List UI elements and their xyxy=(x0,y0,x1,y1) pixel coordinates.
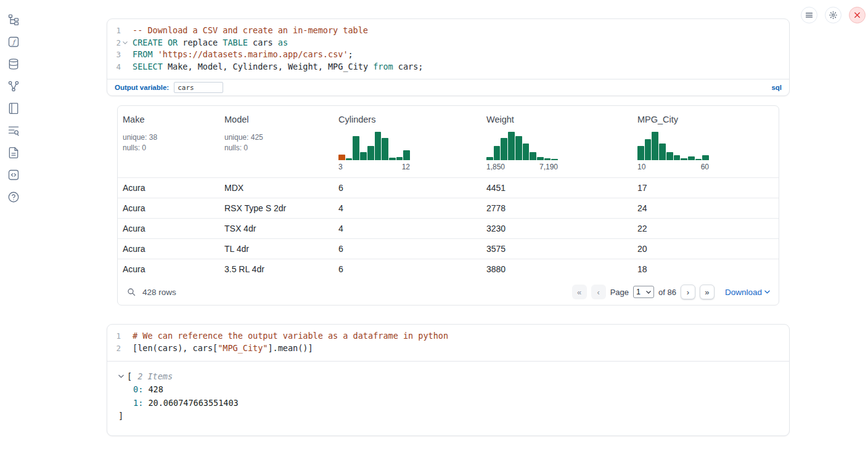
table-cell: 2778 xyxy=(486,203,637,213)
notebook-area: 1-- Download a CSV and create an in-memo… xyxy=(107,0,790,436)
column-label: Make xyxy=(123,115,224,124)
histogram-weight[interactable]: 1,8507,190 xyxy=(486,131,558,171)
sql-code-editor[interactable]: 1-- Download a CSV and create an in-memo… xyxy=(107,19,789,79)
menu-button[interactable] xyxy=(801,7,817,23)
code-line[interactable]: 3FROM 'https://datasets.marimo.app/cars.… xyxy=(107,49,789,61)
histogram-bar xyxy=(681,158,687,161)
histogram-bar xyxy=(544,158,551,160)
histogram-bar xyxy=(652,132,658,160)
sidebar: ƒ xyxy=(0,0,27,449)
line-number: 2 xyxy=(107,37,121,49)
table-row[interactable]: AcuraTSX 4dr4323022 xyxy=(118,218,779,238)
table-cell: 17 xyxy=(637,183,779,193)
close-button[interactable] xyxy=(849,7,866,23)
histogram-bar xyxy=(702,155,709,160)
row-count: 428 rows xyxy=(142,288,176,297)
histogram-bar xyxy=(360,152,367,161)
data-sources-icon[interactable] xyxy=(7,58,20,70)
histogram-bar xyxy=(375,132,382,160)
fold-arrow-icon[interactable] xyxy=(121,37,129,49)
dependency-graph-icon[interactable] xyxy=(7,80,20,92)
fold-spacer xyxy=(121,342,129,355)
python-output: [ 2 Items 0: 4281: 20.060747663551403 ] xyxy=(107,361,789,435)
next-page-button[interactable]: › xyxy=(681,285,695,299)
language-badge: sql xyxy=(771,84,782,91)
table-cell: TSX 4dr xyxy=(224,224,338,233)
documentation-icon[interactable] xyxy=(7,147,20,159)
snippets-icon[interactable] xyxy=(7,169,20,181)
histogram-cylinders[interactable]: 312 xyxy=(338,131,410,171)
histogram-bar xyxy=(403,150,410,160)
table-cell: Acura xyxy=(123,224,224,233)
download-label: Download xyxy=(725,288,762,297)
table-row[interactable]: Acura3.5 RL 4dr6388018 xyxy=(118,259,779,279)
table-cell: TL 4dr xyxy=(224,244,338,254)
histogram-axis: 312 xyxy=(338,163,410,171)
line-number: 3 xyxy=(107,49,121,61)
gear-icon xyxy=(829,10,838,20)
collapse-arrow-icon[interactable] xyxy=(118,374,124,378)
histogram-mpg_city[interactable]: 1060 xyxy=(637,131,709,171)
sql-cell-footer: Output variable: sql xyxy=(107,79,789,95)
prev-page-button[interactable]: ‹ xyxy=(591,285,606,299)
fold-spacer xyxy=(121,49,129,61)
histogram-bar xyxy=(501,138,507,161)
table-row[interactable]: AcuraTL 4dr6357520 xyxy=(118,238,779,259)
code-line[interactable]: 4SELECT Make, Model, Cylinders, Weight, … xyxy=(107,61,789,73)
variables-icon[interactable]: ƒ xyxy=(7,36,20,48)
column-label: MPG_City xyxy=(637,115,779,124)
close-icon xyxy=(853,10,862,20)
marimo-notebook: ƒ xyxy=(0,0,868,449)
last-page-button[interactable]: » xyxy=(700,285,714,299)
output-open-bracket: [ xyxy=(127,370,132,384)
code-text: [len(cars), cars["MPG_City"].mean()] xyxy=(129,342,313,355)
output-variable-input[interactable] xyxy=(174,82,223,93)
table-cell: 6 xyxy=(338,183,486,193)
python-code-editor[interactable]: 1# We can reference the output variable … xyxy=(107,325,789,360)
sql-cell: 1-- Download a CSV and create an in-memo… xyxy=(107,18,790,96)
logs-icon[interactable] xyxy=(7,124,20,137)
table-cell: 22 xyxy=(637,224,779,233)
table-cell: Acura xyxy=(123,203,224,213)
code-text: -- Download a CSV and create an in-memor… xyxy=(129,25,368,37)
table-row[interactable]: AcuraRSX Type S 2dr4277824 xyxy=(118,198,779,218)
histogram-bar xyxy=(396,157,403,161)
table-cell: 3575 xyxy=(486,244,637,254)
line-number: 4 xyxy=(107,61,121,73)
help-icon[interactable] xyxy=(7,191,20,203)
code-text: CREATE OR replace TABLE cars as xyxy=(129,37,288,49)
histogram-bar xyxy=(530,152,536,161)
column-header-weight[interactable]: Weight1,8507,190 xyxy=(486,115,637,171)
table-row[interactable]: AcuraMDX6445117 xyxy=(118,177,779,198)
histogram-bar xyxy=(515,136,522,160)
output-items-count: 2 Items xyxy=(137,370,173,384)
line-number: 1 xyxy=(107,330,121,342)
fold-spacer xyxy=(121,25,129,37)
code-line[interactable]: 2CREATE OR replace TABLE cars as xyxy=(107,37,789,49)
page-select[interactable]: 1 xyxy=(633,286,654,298)
code-line[interactable]: 2[len(cars), cars["MPG_City"].mean()] xyxy=(107,342,789,355)
first-page-button[interactable]: « xyxy=(572,285,587,299)
table-cell: 3.5 RL 4dr xyxy=(224,264,338,274)
output-entry: 1: 20.060747663551403 xyxy=(118,397,778,410)
table-cell: 24 xyxy=(637,203,779,213)
file-explorer-icon[interactable] xyxy=(7,14,20,26)
download-button[interactable]: Download xyxy=(725,288,770,297)
column-header-model[interactable]: Modelunique: 425nulls: 0 xyxy=(224,115,338,171)
table-cell: 6 xyxy=(338,244,486,254)
scratchpad-icon[interactable] xyxy=(7,102,20,115)
table-cell: RSX Type S 2dr xyxy=(224,203,338,213)
menu-icon xyxy=(805,10,814,20)
code-line[interactable]: 1-- Download a CSV and create an in-memo… xyxy=(107,25,789,37)
table-cell: Acura xyxy=(123,244,224,254)
search-icon[interactable] xyxy=(126,287,136,297)
column-header-cylinders[interactable]: Cylinders312 xyxy=(338,115,486,171)
settings-button[interactable] xyxy=(825,7,841,23)
column-header-mpg_city[interactable]: MPG_City1060 xyxy=(637,115,779,171)
histogram-bar xyxy=(338,155,345,160)
output-close-bracket: ] xyxy=(118,410,778,423)
result-table: Makeunique: 38nulls: 0Modelunique: 425nu… xyxy=(117,105,779,305)
column-label: Weight xyxy=(486,115,637,124)
code-line[interactable]: 1# We can reference the output variable … xyxy=(107,330,789,342)
column-header-make[interactable]: Makeunique: 38nulls: 0 xyxy=(123,115,224,171)
